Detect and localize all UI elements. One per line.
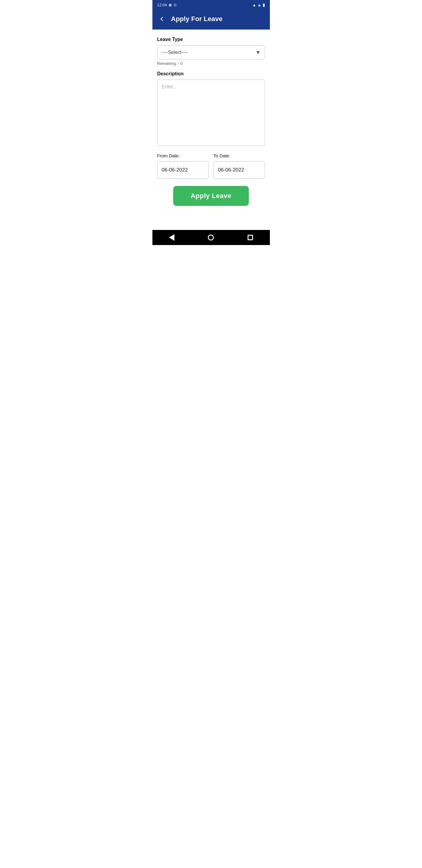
page-title: Apply For Leave — [171, 15, 223, 23]
wifi-icon: ▲ — [252, 3, 256, 7]
from-date-col: From Date: — [157, 153, 209, 179]
remaining-label: Remaining :- 0 — [157, 61, 265, 66]
to-date-input[interactable] — [214, 161, 265, 179]
form-content: Leave Type ----Select---- ▼ Remaining :-… — [153, 30, 270, 212]
from-date-input[interactable] — [157, 161, 209, 179]
to-date-label: To Date: — [214, 153, 265, 158]
app-header: Apply For Leave — [153, 10, 270, 30]
sim-icon: ▦ — [169, 3, 172, 7]
date-row: From Date: To Date: — [157, 153, 265, 179]
back-button[interactable] — [157, 14, 166, 24]
time-display: 12:04 — [157, 3, 167, 7]
description-label: Description — [157, 71, 265, 76]
circle-status-icon: ◎ — [173, 3, 176, 7]
description-section: Description — [157, 71, 265, 147]
bottom-nav-bar — [153, 230, 270, 245]
to-date-col: To Date: — [214, 153, 265, 179]
home-icon — [208, 235, 214, 241]
nav-recent-button[interactable] — [248, 235, 253, 241]
leave-type-section: Leave Type ----Select---- ▼ Remaining :-… — [157, 37, 265, 66]
recent-icon — [248, 235, 253, 240]
status-bar: 12:04 ▦ ◎ ▲ ▲ ▮ — [153, 0, 270, 10]
nav-home-button[interactable] — [208, 235, 214, 242]
status-bar-left: 12:04 ▦ ◎ — [157, 3, 177, 7]
description-input[interactable] — [157, 80, 265, 146]
apply-leave-button[interactable]: Apply Leave — [173, 186, 249, 206]
status-bar-right: ▲ ▲ ▮ — [252, 2, 265, 7]
leave-type-wrapper: ----Select---- ▼ — [157, 45, 265, 59]
battery-icon: ▮ — [263, 2, 265, 7]
signal-icon: ▲ — [258, 3, 261, 7]
back-icon — [169, 234, 174, 241]
leave-type-label: Leave Type — [157, 37, 265, 42]
nav-back-button[interactable] — [169, 234, 174, 242]
leave-type-select[interactable]: ----Select---- — [157, 45, 265, 59]
from-date-label: From Date: — [157, 153, 209, 158]
